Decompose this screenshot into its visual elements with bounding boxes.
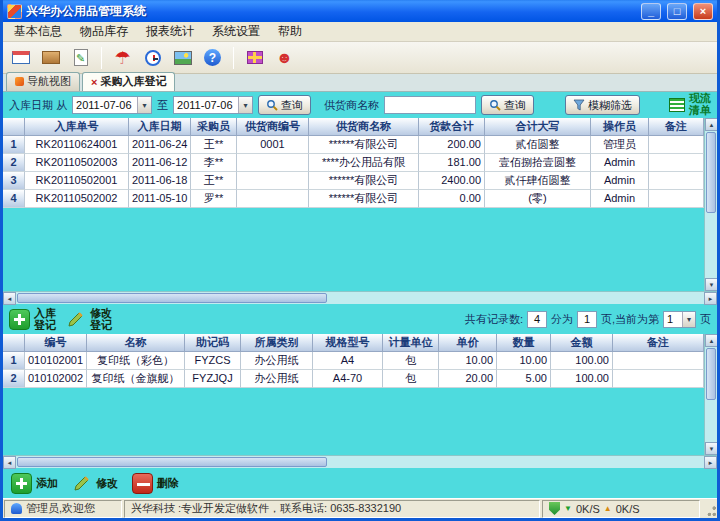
- statusbar: 管理员,欢迎您 兴华科技 :专业开发定做软件，联系电话: 0635-833219…: [3, 498, 717, 518]
- cell-unit: 包: [383, 370, 439, 388]
- date-to-input[interactable]: 2011-07-06 ▾: [173, 96, 253, 114]
- delete-button[interactable]: 删除: [132, 473, 179, 494]
- date-from-input[interactable]: 2011-07-06 ▾: [72, 96, 152, 114]
- tab-close-icon[interactable]: ×: [91, 76, 97, 88]
- modify-register-button[interactable]: 修改 登记: [66, 307, 112, 331]
- inbound-row[interactable]: 2 RK20110502003 2011-06-12 李** ****办公用品有…: [3, 154, 704, 172]
- vertical-scrollbar[interactable]: ▲ ▼: [704, 334, 717, 455]
- col-amount[interactable]: 金额: [551, 334, 613, 352]
- dropdown-icon[interactable]: ▾: [137, 97, 151, 113]
- add-button[interactable]: 添加: [11, 473, 58, 494]
- cash-flow-list-button[interactable]: 现流 清单: [669, 93, 711, 116]
- menu-reports[interactable]: 报表统计: [137, 21, 203, 42]
- row-number: 1: [3, 352, 25, 370]
- supplier-query-button[interactable]: 查询: [481, 95, 534, 115]
- minimize-button[interactable]: _: [641, 3, 661, 20]
- cell-amount: 0.00: [419, 190, 485, 208]
- cell-amount-caps: 贰仟肆佰圆整: [485, 172, 591, 190]
- inbound-row[interactable]: 3 RK20110502001 2011-06-18 王** ******有限公…: [3, 172, 704, 190]
- menu-inventory[interactable]: 物品库存: [71, 21, 137, 42]
- horizontal-scrollbar[interactable]: ◄ ►: [3, 455, 717, 468]
- user-status-icon: [11, 503, 22, 514]
- item-row[interactable]: 2 010102002 复印纸（金旗舰） FYZJQJ 办公用纸 A4-70 包…: [3, 370, 704, 388]
- col-inbound-date[interactable]: 入库日期: [129, 118, 191, 136]
- col-amount[interactable]: 货款合计: [419, 118, 485, 136]
- col-supplier-name[interactable]: 供货商名称: [309, 118, 419, 136]
- inbound-row[interactable]: 1 RK20110624001 2011-06-24 王** 0001 ****…: [3, 136, 704, 154]
- col-remark[interactable]: 备注: [613, 334, 704, 352]
- help-icon[interactable]: ?: [199, 44, 226, 71]
- maximize-button[interactable]: □: [667, 3, 687, 20]
- tab-purchase-inbound[interactable]: × 采购入库登记: [82, 72, 175, 91]
- edit-report-icon[interactable]: ✎: [67, 44, 94, 71]
- scroll-up-icon[interactable]: ▲: [705, 118, 717, 131]
- content-area: 入库日期 从 2011-07-06 ▾ 至 2011-07-06 ▾ 查询 供货…: [3, 92, 717, 498]
- col-price[interactable]: 单价: [439, 334, 497, 352]
- dropdown-icon[interactable]: ▾: [682, 312, 695, 327]
- clock-icon[interactable]: [139, 44, 166, 71]
- inbound-row[interactable]: 4 RK20110502002 2011-05-10 罗** ******有限公…: [3, 190, 704, 208]
- menu-settings[interactable]: 系统设置: [203, 21, 269, 42]
- modify-button[interactable]: 修改: [72, 473, 118, 493]
- minus-icon: [132, 473, 153, 494]
- picture-icon[interactable]: [169, 44, 196, 71]
- date-query-button[interactable]: 查询: [258, 95, 311, 115]
- col-item-no[interactable]: 编号: [25, 334, 87, 352]
- basic-info-icon[interactable]: [7, 44, 34, 71]
- umbrella-icon[interactable]: ☂: [109, 44, 136, 71]
- cell-amount-caps: (零): [485, 190, 591, 208]
- gift-icon[interactable]: [241, 44, 268, 71]
- scrollbar-thumb[interactable]: [17, 293, 327, 303]
- scrollbar-thumb[interactable]: [706, 132, 716, 213]
- inventory-icon[interactable]: [37, 44, 64, 71]
- col-operator[interactable]: 操作员: [591, 118, 649, 136]
- user-icon[interactable]: ☻: [271, 44, 298, 71]
- cell-supplier-no: [237, 190, 309, 208]
- page-select[interactable]: 1 ▾: [663, 311, 696, 328]
- scrollbar-thumb[interactable]: [17, 457, 327, 467]
- supplier-name-input[interactable]: [384, 96, 476, 114]
- col-purchaser[interactable]: 采购员: [191, 118, 237, 136]
- fuzzy-filter-button[interactable]: 模糊筛选: [565, 95, 640, 115]
- menu-help[interactable]: 帮助: [269, 21, 311, 42]
- cell-supplier-name: ******有限公司: [309, 190, 419, 208]
- page-suffix-label: 页: [700, 312, 711, 327]
- tab-label: 采购入库登记: [100, 74, 166, 89]
- tab-navigation-view[interactable]: 导航视图: [6, 72, 80, 91]
- scroll-down-icon[interactable]: ▼: [705, 442, 717, 455]
- col-spec[interactable]: 规格型号: [313, 334, 383, 352]
- plus-icon: [11, 473, 32, 494]
- dropdown-icon[interactable]: ▾: [238, 97, 252, 113]
- inbound-register-button[interactable]: 入库 登记: [9, 307, 56, 331]
- col-unit[interactable]: 计量单位: [383, 334, 439, 352]
- scroll-down-icon[interactable]: ▼: [705, 278, 717, 291]
- cell-amount-caps: 壹佰捌拾壹圆整: [485, 154, 591, 172]
- cell-supplier-no: 0001: [237, 136, 309, 154]
- col-item-name[interactable]: 名称: [87, 334, 185, 352]
- upload-arrow-icon: ▲: [604, 504, 612, 513]
- tab-label: 导航视图: [27, 74, 71, 89]
- cell-supplier-name: ******有限公司: [309, 172, 419, 190]
- col-remark[interactable]: 备注: [649, 118, 704, 136]
- col-inbound-no[interactable]: 入库单号: [25, 118, 129, 136]
- vertical-scrollbar[interactable]: ▲ ▼: [704, 118, 717, 291]
- resize-grip[interactable]: [703, 500, 717, 518]
- menu-basic-info[interactable]: 基本信息: [5, 21, 71, 42]
- toolbar-separator: [101, 47, 102, 69]
- row-number: 4: [3, 190, 25, 208]
- cell-purchaser: 王**: [191, 172, 237, 190]
- cell-remark: [613, 352, 704, 370]
- col-category[interactable]: 所属类别: [241, 334, 313, 352]
- col-amount-caps[interactable]: 合计大写: [485, 118, 591, 136]
- item-row[interactable]: 1 010102001 复印纸（彩色） FYZCS 办公用纸 A4 包 10.0…: [3, 352, 704, 370]
- scrollbar-thumb[interactable]: [706, 348, 716, 400]
- col-qty[interactable]: 数量: [497, 334, 551, 352]
- col-supplier-no[interactable]: 供货商编号: [237, 118, 309, 136]
- scroll-up-icon[interactable]: ▲: [705, 334, 717, 347]
- status-network: ▼ 0K/S ▲ 0K/S: [542, 500, 700, 518]
- close-button[interactable]: ×: [693, 3, 713, 20]
- horizontal-scrollbar[interactable]: ◄ ►: [3, 291, 717, 304]
- row-number: 3: [3, 172, 25, 190]
- col-mnemonic[interactable]: 助记码: [185, 334, 241, 352]
- corner-cell: [3, 118, 25, 136]
